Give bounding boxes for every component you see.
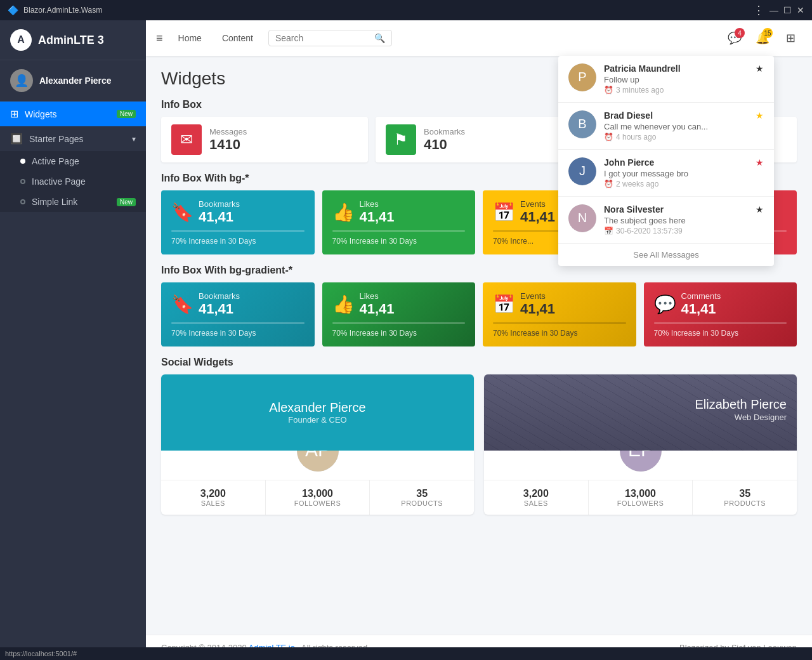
grad-events-icon: 📅	[493, 294, 515, 315]
svg-text:J: J	[579, 164, 586, 178]
minimize-button[interactable]: —	[769, 5, 778, 15]
likes-bg-icon: 👍	[332, 202, 355, 223]
stat-label-followers-0: FOLLOWERS	[268, 499, 367, 507]
starter-submenu: Active Page Inactive Page Simple Link Ne…	[0, 151, 146, 212]
message-item-2[interactable]: J John Pierce ★ I got your message bro ⏰…	[558, 150, 774, 197]
info-box-messages-content: Messages 1410	[209, 127, 247, 153]
notifications-badge: 15	[763, 28, 773, 38]
info-bg-bookmarks-value: 41,41	[199, 209, 240, 225]
info-grad-sub-2: 70% Increase in 30 Days	[493, 329, 626, 338]
info-grad-comments-value: 41,41	[681, 301, 721, 317]
svg-text:B: B	[578, 117, 586, 131]
app-container: A AdminLTE 3 👤 Alexander Pierce ⊞ Widget…	[0, 20, 812, 660]
info-bg-bar-0	[171, 230, 304, 232]
message-item-0[interactable]: P Patricia Maundrell ★ Follow up ⏰ 3 min…	[558, 56, 774, 103]
social-stat-followers-1: 13,000 FOLLOWERS	[589, 480, 693, 515]
user-name: Alexander Pierce	[39, 76, 112, 86]
info-grad-likes-value: 41,41	[360, 301, 395, 317]
message-item-1[interactable]: B Brad Diesel ★ Call me whenever you can…	[558, 103, 774, 150]
brand-icon: A	[10, 29, 32, 51]
svg-text:N: N	[578, 211, 587, 225]
dots-icon[interactable]: ⋮	[753, 3, 764, 17]
sidebar-item-simple-link[interactable]: Simple Link New	[10, 192, 146, 212]
msg-time-3: 📅 30-6-2020 13:57:39	[604, 227, 764, 235]
messages-dropdown: P Patricia Maundrell ★ Follow up ⏰ 3 min…	[558, 56, 774, 266]
apps-button[interactable]: ⊞	[779, 27, 802, 50]
nav-label-active-page: Active Page	[32, 156, 79, 166]
info-grad-bookmarks-value: 41,41	[199, 301, 240, 317]
info-grad-bookmarks-label: Bookmarks	[199, 291, 240, 301]
see-all-messages[interactable]: See All Messages	[558, 244, 774, 266]
msg-content-1: Brad Diesel ★ Call me whenever you can..…	[604, 110, 764, 142]
social-stat-followers-0: 13,000 FOLLOWERS	[266, 480, 370, 515]
social-stats-0: 3,200 SALES 13,000 FOLLOWERS 35 PRODUCTS	[161, 480, 474, 515]
notifications-button[interactable]: 🔔 15	[751, 27, 774, 50]
social-name-0: Alexander Pierce	[269, 400, 365, 415]
info-bg-events-value: 41,41	[520, 209, 555, 225]
info-grad-comments-inner: 💬 Comments 41,41	[654, 291, 787, 317]
info-bg-bookmarks-label: Bookmarks	[199, 199, 240, 209]
sidebar-item-starter[interactable]: 🔲 Starter Pages ▾	[0, 126, 146, 151]
social-title-0: Founder & CEO	[288, 415, 347, 425]
topbar-right: 💬 4 🔔 15 ⊞	[723, 27, 802, 50]
brand-text: AdminLTE 3	[38, 34, 104, 47]
info-grad-sub-1: 70% Increase in 30 Days	[332, 329, 466, 338]
social-widgets-container: Alexander Pierce Founder & CEO AP	[161, 374, 797, 515]
simple-dot-icon	[20, 199, 25, 204]
title-bar-controls[interactable]: ⋮ — ☐ ✕	[753, 3, 804, 17]
info-bg-events-label: Events	[520, 199, 555, 209]
msg-avatar-0: P	[568, 63, 596, 91]
clock-icon-1: ⏰	[604, 133, 613, 142]
info-bg-bar-1	[332, 230, 466, 232]
msg-avatar-2: J	[568, 157, 596, 185]
message-item-3[interactable]: N Nora Silvester ★ The subject goes here…	[558, 197, 774, 244]
sidebar-item-inactive-page[interactable]: Inactive Page	[10, 171, 146, 192]
clock-icon-0: ⏰	[604, 86, 613, 95]
info-box-messages-value: 1410	[209, 136, 247, 153]
msg-star-0: ★	[756, 63, 764, 74]
search-input[interactable]	[275, 33, 370, 43]
status-url: https://localhost:5001/#	[5, 650, 77, 657]
msg-name-1: Brad Diesel	[604, 110, 653, 121]
title-bar: 🔷 Blazor.AdminLte.Wasm ⋮ — ☐ ✕	[0, 0, 812, 20]
section-social: Social Widgets	[161, 357, 797, 368]
close-button[interactable]: ✕	[797, 5, 804, 15]
apps-icon: ⊞	[786, 31, 796, 45]
sidebar-item-widgets[interactable]: ⊞ Widgets New	[0, 102, 146, 126]
starter-icon: 🔲	[10, 133, 23, 145]
messages-button[interactable]: 💬 4	[723, 27, 746, 50]
info-grad-events-label: Events	[520, 291, 555, 301]
menu-icon[interactable]: ≡	[156, 32, 163, 45]
msg-time-0: ⏰ 3 minutes ago	[604, 86, 764, 95]
info-bg-bookmarks: 🔖 Bookmarks 41,41 70% Increase in 30 Day…	[161, 190, 315, 254]
topbar-home-link[interactable]: Home	[173, 30, 207, 46]
nav-label-inactive-page: Inactive Page	[32, 176, 86, 187]
stat-value-followers-1: 13,000	[591, 488, 690, 499]
restore-button[interactable]: ☐	[783, 5, 792, 15]
svg-text:P: P	[578, 70, 586, 84]
sidebar-brand[interactable]: A AdminLTE 3	[0, 20, 146, 60]
calendar-icon-3: 📅	[604, 227, 613, 235]
sidebar-item-active-page[interactable]: Active Page	[10, 151, 146, 171]
info-bg-bookmarks-inner: 🔖 Bookmarks 41,41	[171, 199, 304, 225]
bookmarks-box-icon: ⚑	[386, 124, 416, 155]
info-grad-comments: 💬 Comments 41,41 70% Increase in 30 Days	[644, 282, 797, 346]
user-avatar: 👤	[10, 69, 33, 92]
social-name-1: Elizabeth Pierce	[695, 397, 787, 411]
stat-label-sales-0: SALES	[164, 499, 263, 507]
social-card-elizabeth: Elizabeth Pierce Web Designer EP	[484, 374, 797, 515]
social-card-top-0: Alexander Pierce Founder & CEO	[161, 374, 474, 451]
sidebar-user[interactable]: 👤 Alexander Pierce	[0, 60, 146, 102]
sidebar-nav: ⊞ Widgets New 🔲 Starter Pages ▾ Active P…	[0, 102, 146, 212]
info-box-bookmarks-content: Bookmarks 410	[424, 127, 465, 153]
search-icon[interactable]: 🔍	[374, 33, 385, 43]
topbar-content-link[interactable]: Content	[217, 30, 258, 46]
info-grad-comments-label: Comments	[681, 291, 721, 301]
info-box-messages-label: Messages	[209, 127, 247, 136]
messages-badge: 4	[735, 28, 745, 38]
msg-star-1: ★	[756, 110, 764, 121]
msg-name-2: John Pierce	[604, 157, 654, 168]
section-info-gradient: Info Box With bg-gradient-*	[161, 265, 797, 276]
info-grad-likes: 👍 Likes 41,41 70% Increase in 30 Days	[322, 282, 476, 346]
grad-likes-icon: 👍	[332, 294, 355, 315]
